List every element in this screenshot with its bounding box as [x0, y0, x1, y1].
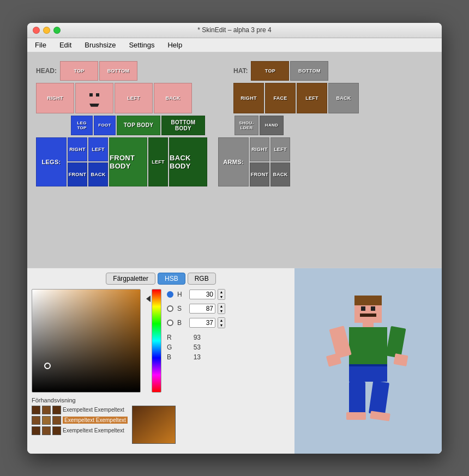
leg-top-block[interactable]: Leg Top [71, 116, 93, 135]
swatch-light-brown-1[interactable] [42, 416, 51, 425]
palette-panel: Färgpaletter HSB RGB [27, 268, 294, 454]
hat-left-block[interactable]: LEFT [297, 83, 327, 113]
shoulder-block[interactable]: Shou-lder [234, 116, 258, 135]
char-leg-right [369, 381, 389, 415]
back-body-block[interactable]: Back Body [169, 137, 207, 186]
legs-front-block[interactable]: Front [68, 162, 87, 186]
palette-content: H ▲ ▼ S ▲ ▼ [32, 289, 290, 393]
hat-right-block[interactable]: RIGHT [233, 83, 264, 113]
swatch-brown-4[interactable] [42, 426, 51, 435]
r-value: 93 [179, 334, 201, 341]
hand-block[interactable]: HAND [260, 116, 284, 135]
menu-help[interactable]: Help [165, 40, 184, 50]
head-back-block[interactable]: BACK [154, 83, 192, 113]
hue-arrow [146, 296, 151, 302]
head-right-block[interactable]: RIGHT [36, 83, 74, 113]
g-label: G [167, 344, 177, 351]
b-radio[interactable] [167, 320, 173, 326]
hat-face-block[interactable]: FACE [265, 83, 296, 113]
s-radio[interactable] [167, 305, 173, 312]
b-label: B [177, 319, 187, 327]
window-controls [33, 27, 61, 34]
h-input[interactable] [189, 290, 215, 299]
hat-bottom-block[interactable]: BOTTOM [290, 61, 328, 81]
h-up[interactable]: ▲ [218, 290, 225, 294]
char-hand-right [393, 353, 408, 366]
h-label: H [177, 291, 187, 298]
color-picker[interactable] [32, 289, 141, 393]
g-value: 53 [179, 344, 201, 351]
hue-bar[interactable] [152, 289, 161, 393]
arms-right-top[interactable]: Right [250, 137, 269, 161]
tab-hsb[interactable]: HSB [158, 273, 185, 285]
s-down[interactable]: ▼ [218, 309, 225, 314]
hat-label: HAT: [233, 67, 248, 75]
front-body-block[interactable]: Front Body [109, 137, 147, 186]
swatch-brown-2[interactable] [32, 416, 40, 425]
large-swatch[interactable] [132, 406, 176, 444]
arms-front-block[interactable]: Front [250, 162, 269, 186]
bottom-section: Färgpaletter HSB RGB [27, 268, 442, 454]
eye-left [89, 93, 93, 97]
head-bottom-block[interactable]: BOTTOM [99, 61, 137, 81]
close-button[interactable] [33, 27, 40, 34]
legs-back-block[interactable]: Back [88, 162, 108, 186]
char-foot-right [370, 411, 390, 421]
b-rgb-label: B [167, 353, 177, 361]
s-input[interactable] [189, 304, 215, 314]
tab-rgb[interactable]: RGB [188, 273, 216, 285]
b-rgb-value: 13 [179, 353, 201, 361]
menu-brushsize[interactable]: Brushsize [82, 40, 118, 50]
main-window: * SkinEdit – alpha 3 pre 4 File Edit Bru… [27, 23, 442, 454]
legs-right-top[interactable]: Right [68, 137, 87, 161]
head-face-block[interactable] [75, 83, 113, 113]
palette-tabs: Färgpaletter HSB RGB [32, 273, 290, 285]
swatch-dark-brown-3[interactable] [32, 426, 40, 435]
s-up[interactable]: ▲ [218, 304, 225, 309]
swatch-brown-3[interactable] [52, 416, 61, 425]
head-left-block[interactable]: LEFT [115, 83, 153, 113]
arms-left-top[interactable]: Left [270, 137, 290, 161]
b-input[interactable] [189, 318, 215, 328]
hat-back-block[interactable]: BACK [328, 83, 359, 113]
eye-right [96, 93, 99, 97]
hue-arrow-wrapper [146, 289, 151, 302]
menu-settings[interactable]: Settings [127, 40, 157, 50]
hat-top-block[interactable]: TOP [251, 61, 289, 81]
menu-file[interactable]: File [33, 40, 49, 50]
top-body-block[interactable]: Top Body [117, 116, 160, 135]
b-up[interactable]: ▲ [218, 318, 225, 323]
preview-label: Förhandsvisning [32, 397, 290, 403]
swatch-text-3: Exempeltext Exempeltext [63, 427, 128, 433]
r-label: R [167, 334, 177, 341]
bottom-body-block[interactable]: Bottom body [161, 116, 205, 135]
arms-back-block[interactable]: Back [270, 162, 290, 186]
h-down[interactable]: ▼ [218, 294, 225, 299]
h-spinner: ▲ ▼ [218, 289, 225, 300]
hue-container [146, 289, 161, 393]
menubar: File Edit Brushsize Settings Help [27, 38, 442, 52]
menu-edit[interactable]: Edit [57, 40, 74, 50]
swatch-dark-brown-2[interactable] [52, 406, 61, 414]
titlebar: * SkinEdit – alpha 3 pre 4 [27, 23, 442, 38]
tab-fargpaletter[interactable]: Färgpaletter [106, 273, 155, 285]
char-belt [349, 364, 387, 366]
foot-block[interactable]: Foot [94, 116, 116, 135]
body-left-block[interactable]: Left [148, 137, 168, 186]
legs-left-top[interactable]: Left [88, 137, 108, 161]
b-down[interactable]: ▼ [218, 323, 225, 328]
maximize-button[interactable] [53, 27, 61, 34]
char-eye-left [361, 306, 365, 311]
h-radio[interactable] [167, 291, 173, 298]
swatch-brown-1[interactable] [42, 406, 51, 414]
head-top-block[interactable]: TOP [60, 61, 98, 81]
swatch-dark-brown-4[interactable] [52, 426, 61, 435]
char-arm-left [329, 326, 351, 358]
swatch-rows: Exempeltext Exempeltext Exempeltext Exem… [32, 406, 128, 435]
char-leg-left [349, 382, 365, 414]
minimize-button[interactable] [43, 27, 50, 34]
swatch-dark-brown-1[interactable] [32, 406, 40, 414]
char-mustache [360, 314, 376, 317]
arms-label-block: Arms: [218, 137, 249, 186]
h-row: H ▲ ▼ [167, 289, 290, 300]
